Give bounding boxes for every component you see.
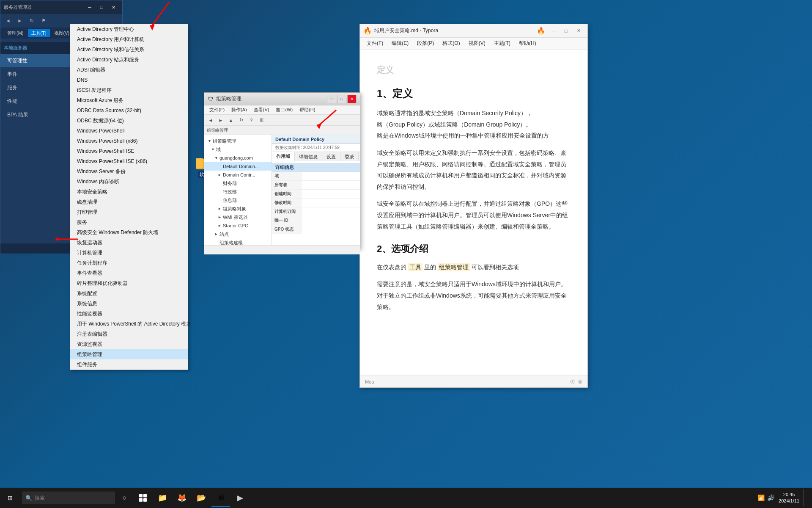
gp-tree-modeling[interactable]: 组策略建模 — [204, 238, 272, 245]
tools-item-computer-mgmt[interactable]: 计算机管理 — [70, 248, 188, 258]
gp-tree-admin[interactable]: 行政部 — [204, 188, 272, 196]
tools-item-defrag[interactable]: 碎片整理和优化驱动器 — [70, 278, 188, 288]
gp-tb-forward[interactable]: ► — [216, 116, 225, 124]
gp-tb-up[interactable]: ▲ — [226, 116, 236, 124]
taskbar-app-files[interactable]: 📂 — [192, 489, 211, 507]
gp-tb-back[interactable]: ◄ — [206, 116, 215, 124]
tools-item-perfmon[interactable]: 性能监视器 — [70, 309, 188, 319]
typora-focus-icon[interactable]: ◎ — [578, 379, 582, 384]
gp-body: ▼ 组策略管理 ▼ 域 ▼ guangdong.com Default Doma… — [204, 135, 360, 245]
tools-item-ws-backup[interactable]: Windows Server 备份 — [70, 166, 188, 177]
gp-tab-details[interactable]: 详细信息 — [295, 152, 322, 161]
gp-close-btn[interactable]: ✕ — [347, 95, 357, 103]
gp-tree-default-domain[interactable]: Default Domain... — [204, 162, 272, 171]
gp-menu-action[interactable]: 操作(A) — [228, 106, 250, 114]
cortana-btn[interactable]: ○ — [117, 490, 132, 505]
typora-minimize-btn[interactable]: ─ — [548, 27, 559, 35]
tools-item-memory[interactable]: Windows 内存诊断 — [70, 177, 188, 187]
tools-item-iscsi[interactable]: iSCSI 发起程序 — [70, 85, 188, 95]
typora-menu-help[interactable]: 帮助(H) — [516, 39, 540, 48]
tools-item-dns[interactable]: DNS — [70, 75, 188, 85]
tools-item-disk-clean[interactable]: 磁盘清理 — [70, 197, 188, 207]
gp-tb-tree[interactable]: ⊞ — [257, 116, 266, 124]
tools-item-ad-sites[interactable]: Active Directory 站点和服务 — [70, 55, 188, 65]
tools-item-services[interactable]: 服务 — [70, 217, 188, 227]
gp-menu-view[interactable]: 查看(V) — [250, 106, 273, 114]
gp-tree-finance[interactable]: 财务部 — [204, 179, 272, 188]
svg-rect-9 — [139, 494, 143, 497]
tools-item-odbc32[interactable]: ODBC Data Sources (32-bit) — [70, 105, 188, 116]
gp-tree-guangdong[interactable]: ▼ guangdong.com — [204, 154, 272, 162]
tools-item-event-viewer[interactable]: 事件查看器 — [70, 268, 188, 278]
sm-menu-manage[interactable]: 管理(M) — [4, 29, 27, 37]
tools-item-firewall[interactable]: 高级安全 Windows Defender 防火墙 — [70, 227, 188, 237]
gp-tab-settings[interactable]: 设置 — [322, 152, 340, 161]
sm-forward-btn[interactable]: ► — [15, 16, 25, 26]
typora-menu-para[interactable]: 段落(P) — [414, 39, 437, 48]
tray-show-desktop[interactable] — [804, 489, 807, 506]
tools-item-sysinfo[interactable]: 系统信息 — [70, 298, 188, 309]
gp-menu-window[interactable]: 窗口(W) — [272, 106, 296, 114]
sm-minimize-btn[interactable]: ─ — [84, 3, 95, 11]
sm-flag-btn[interactable]: ⚑ — [38, 16, 49, 26]
tools-item-odbc64[interactable]: ODBC 数据源(64 位) — [70, 116, 188, 126]
tools-item-ps-ad-module[interactable]: 用于 Windows PowerShell 的 Active Directory… — [70, 319, 188, 329]
tools-item-ps[interactable]: Windows PowerShell — [70, 126, 188, 136]
tools-item-sysconfig[interactable]: 系统配置 — [70, 288, 188, 298]
gp-minimize-btn[interactable]: ─ — [327, 95, 336, 103]
gp-maximize-btn[interactable]: □ — [337, 95, 346, 103]
typora-para5: 需要注意的是，域安全策略只适用于Windows域环境中的计算机和用户。对于独立的… — [377, 279, 571, 312]
tools-item-ad-admin[interactable]: Active Directory 管理中心 — [70, 24, 188, 34]
gp-tree-info[interactable]: 信息部 — [204, 196, 272, 204]
gp-menu-file[interactable]: 文件(F) — [206, 106, 228, 114]
tools-item-ad-users[interactable]: Active Directory 用户和计算机 — [70, 34, 188, 44]
gp-tree-domain-ctrl[interactable]: ► Domain Contr... — [204, 171, 272, 179]
gp-tb-help[interactable]: ? — [247, 116, 256, 124]
gp-menu-help[interactable]: 帮助(H) — [296, 106, 318, 114]
taskbar-app-server-mgr[interactable]: 🖥 — [211, 489, 230, 507]
typora-menu-edit[interactable]: 编辑(E) — [388, 39, 412, 48]
gp-tree-wmi[interactable]: ► WMI 筛选器 — [204, 213, 272, 221]
tools-item-azure[interactable]: Microsoft Azure 服务 — [70, 95, 188, 105]
typora-menu-view[interactable]: 视图(V) — [465, 39, 489, 48]
typora-menu-theme[interactable]: 主题(T) — [491, 39, 514, 48]
start-button[interactable]: ⊞ — [0, 488, 20, 508]
sm-menu-tools[interactable]: 工具(T) — [28, 29, 50, 37]
typora-menu-format[interactable]: 格式(O) — [439, 39, 463, 48]
tools-item-local-sec[interactable]: 本地安全策略 — [70, 187, 188, 197]
tools-item-ad-domains[interactable]: Active Directory 域和信任关系 — [70, 44, 188, 55]
gp-tree-root[interactable]: ▼ 组策略管理 — [204, 137, 272, 145]
tools-item-ps-ise[interactable]: Windows PowerShell ISE — [70, 146, 188, 156]
sm-back-btn[interactable]: ◄ — [3, 16, 13, 26]
tools-item-regedit[interactable]: 注册表编辑器 — [70, 329, 188, 339]
tools-item-adsi[interactable]: ADSI 编辑器 — [70, 65, 188, 75]
gp-tree-gpo[interactable]: ► 组策略对象 — [204, 204, 272, 213]
sm-close-btn[interactable]: ✕ — [108, 3, 119, 11]
gp-tree-starter[interactable]: ► Starter GPO — [204, 221, 272, 230]
tools-item-component-svc[interactable]: 组件服务 — [70, 359, 188, 370]
gp-tree-domain[interactable]: ▼ 域 — [204, 145, 272, 154]
taskbar-app-explorer[interactable]: 📁 — [153, 489, 172, 507]
tools-item-print[interactable]: 打印管理 — [70, 207, 188, 217]
typora-close-btn[interactable]: ✕ — [573, 27, 584, 35]
taskbar-search[interactable]: 🔍 搜索 — [22, 491, 115, 504]
taskbar-app-taskview[interactable] — [134, 489, 152, 507]
tools-item-ps-ise-x86[interactable]: Windows PowerShell ISE (x86) — [70, 156, 188, 166]
tools-item-ps-x86[interactable]: Windows PowerShell (x86) — [70, 136, 188, 146]
taskbar-app-firefox[interactable]: 🦊 — [173, 489, 191, 507]
tools-item-gp-mgmt[interactable]: 组策略管理 — [70, 349, 188, 359]
tools-item-task-sched[interactable]: 任务计划程序 — [70, 258, 188, 268]
gp-tab-scope[interactable]: 作用域 — [272, 152, 295, 161]
gp-tab-delegation[interactable]: 委派 — [340, 152, 359, 161]
gp-tree-sites[interactable]: ► 站点 — [204, 230, 272, 238]
sm-refresh-btn[interactable]: ↻ — [27, 16, 37, 26]
tools-item-resmon[interactable]: 资源监视器 — [70, 339, 188, 349]
taskbar-app-terminal[interactable]: ▶ — [231, 489, 250, 507]
typora-menu-file[interactable]: 文件(F) — [363, 39, 387, 48]
tools-item-recovery[interactable]: 恢复运动器 — [70, 237, 188, 248]
sm-maximize-btn[interactable]: □ — [96, 3, 107, 11]
gp-tb-refresh[interactable]: ↻ — [236, 116, 246, 124]
typora-mode-icon[interactable]: ⟨/⟩ — [570, 379, 575, 384]
tray-clock[interactable]: 20:45 2024/1/11 — [779, 491, 799, 505]
typora-maximize-btn[interactable]: □ — [560, 27, 571, 35]
